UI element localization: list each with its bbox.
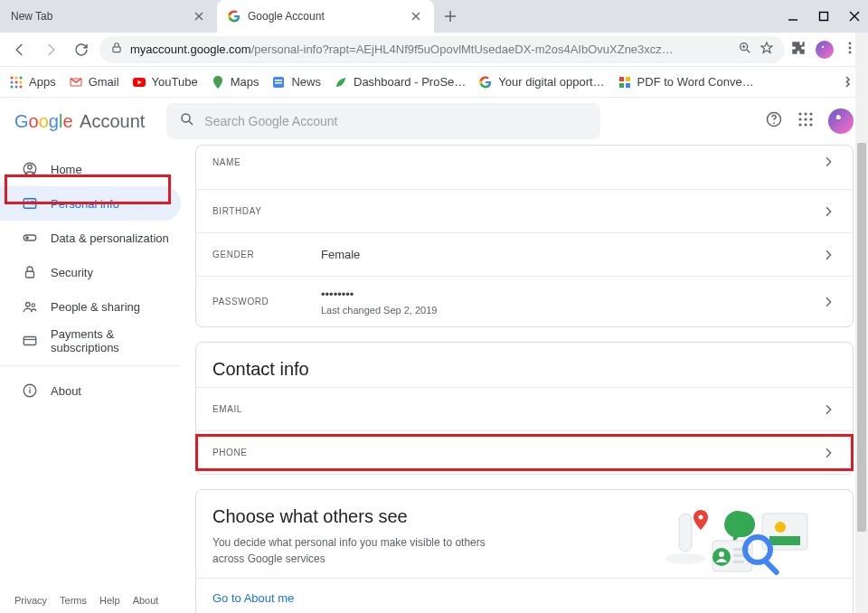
pdf-icon xyxy=(618,75,632,90)
toggle-icon xyxy=(22,230,38,246)
row-name[interactable]: NAME xyxy=(196,146,853,189)
forward-button[interactable] xyxy=(38,37,63,62)
svg-point-56 xyxy=(719,552,724,557)
minimize-icon[interactable] xyxy=(787,11,799,22)
tab-title: Google Account xyxy=(248,10,409,23)
apps-grid-icon xyxy=(9,75,24,90)
bookmark-youtube[interactable]: YouTube xyxy=(132,75,198,90)
chevron-right-icon xyxy=(820,155,836,169)
bookmark-pdf[interactable]: PDF to Word Conve… xyxy=(618,75,754,90)
new-tab-button[interactable] xyxy=(438,4,463,29)
bookmark-digital[interactable]: Your digital opport… xyxy=(478,75,604,90)
google-g-icon xyxy=(478,75,493,90)
window-controls xyxy=(787,0,861,33)
row-birthday[interactable]: BIRTHDAY xyxy=(196,189,853,232)
svg-point-53 xyxy=(699,515,703,520)
row-password[interactable]: PASSWORD •••••••• Last changed Sep 2, 20… xyxy=(196,276,853,326)
svg-point-9 xyxy=(11,80,14,83)
chevron-right-icon xyxy=(820,295,836,309)
url-text: myaccount.google.com/personal-info?rapt=… xyxy=(130,42,731,56)
info-icon xyxy=(22,382,38,399)
sidebar-item-home[interactable]: Home xyxy=(0,152,181,186)
close-window-icon[interactable] xyxy=(848,11,861,22)
apps-icon[interactable] xyxy=(797,111,814,131)
svg-rect-59 xyxy=(733,561,744,563)
bookmark-dashboard[interactable]: Dashboard - ProSe… xyxy=(334,75,466,90)
svg-point-51 xyxy=(665,553,705,564)
svg-point-8 xyxy=(20,76,23,79)
bookmark-label: Gmail xyxy=(89,75,119,89)
svg-point-14 xyxy=(20,85,23,88)
main: Home Personal info Data & personalizatio… xyxy=(0,145,868,613)
svg-rect-20 xyxy=(619,77,624,81)
tab-new-tab[interactable]: New Tab xyxy=(0,0,217,33)
footer-privacy[interactable]: Privacy xyxy=(14,595,47,606)
footer-terms[interactable]: Terms xyxy=(60,595,87,606)
bookmark-star-icon[interactable] xyxy=(760,41,774,58)
footer-help[interactable]: Help xyxy=(99,595,120,606)
account-avatar[interactable] xyxy=(828,108,854,134)
footer-about[interactable]: About xyxy=(133,595,159,606)
profile-avatar-icon[interactable] xyxy=(816,41,834,59)
search-input[interactable] xyxy=(204,114,588,128)
row-value: •••••••• xyxy=(321,288,437,301)
help-icon[interactable] xyxy=(765,110,783,132)
sidebar-divider xyxy=(0,365,181,366)
vertical-scrollbar[interactable] xyxy=(855,33,868,613)
card-text: You decide what personal info you make v… xyxy=(196,534,504,578)
google-account-logo[interactable]: Google Account xyxy=(14,111,145,132)
choose-card: Choose what others see You decide what p… xyxy=(195,489,854,613)
search-box[interactable] xyxy=(166,103,600,139)
back-button[interactable] xyxy=(7,37,33,62)
about-me-link[interactable]: Go to About me xyxy=(196,578,853,613)
bookmark-maps[interactable]: Maps xyxy=(211,75,259,90)
gmail-icon xyxy=(69,75,83,90)
svg-point-10 xyxy=(15,80,18,83)
svg-rect-21 xyxy=(626,77,630,81)
zoom-icon[interactable] xyxy=(738,41,752,58)
svg-point-31 xyxy=(804,118,807,120)
close-icon[interactable] xyxy=(192,9,206,24)
sidebar: Home Personal info Data & personalizatio… xyxy=(0,145,181,613)
extensions-icon[interactable] xyxy=(790,40,807,60)
lock-icon xyxy=(110,42,123,57)
reload-button[interactable] xyxy=(69,37,94,62)
scrollbar-thumb[interactable] xyxy=(857,143,866,532)
row-label: NAME xyxy=(212,157,321,167)
sidebar-item-security[interactable]: Security xyxy=(0,255,181,289)
row-label: PHONE xyxy=(212,448,321,457)
svg-point-41 xyxy=(25,236,29,240)
close-icon[interactable] xyxy=(409,9,423,24)
sidebar-item-about[interactable]: About xyxy=(0,373,181,408)
svg-point-7 xyxy=(15,76,18,79)
row-label: EMAIL xyxy=(212,404,321,414)
svg-rect-1 xyxy=(113,47,120,52)
maximize-icon[interactable] xyxy=(817,11,830,22)
svg-point-30 xyxy=(798,118,801,120)
bookmark-gmail[interactable]: Gmail xyxy=(69,75,119,90)
bookmark-news[interactable]: News xyxy=(271,75,321,90)
sidebar-item-label: Personal info xyxy=(51,197,119,211)
row-email[interactable]: EMAIL xyxy=(196,387,853,430)
sidebar-item-data[interactable]: Data & personalization xyxy=(0,221,181,255)
youtube-icon xyxy=(132,75,146,90)
person-circle-icon xyxy=(22,161,38,177)
bookmark-apps[interactable]: Apps xyxy=(9,75,56,90)
sidebar-item-people[interactable]: People & sharing xyxy=(0,289,181,324)
sidebar-item-personal-info[interactable]: Personal info xyxy=(0,186,181,221)
browser-toolbar: myaccount.google.com/personal-info?rapt=… xyxy=(0,33,868,67)
tab-google-account[interactable]: Google Account xyxy=(217,0,434,33)
row-label: BIRTHDAY xyxy=(212,206,321,216)
row-phone[interactable]: PHONE xyxy=(196,430,853,474)
basic-info-card: NAME BIRTHDAY GENDER Female PASSWORD •••… xyxy=(195,145,854,327)
svg-rect-0 xyxy=(820,13,828,21)
sidebar-item-payments[interactable]: Payments & subscriptions xyxy=(0,324,181,358)
row-gender[interactable]: GENDER Female xyxy=(196,232,853,276)
svg-point-16 xyxy=(216,79,219,81)
svg-point-29 xyxy=(809,112,812,115)
svg-point-47 xyxy=(29,387,31,389)
toolbar-right xyxy=(790,40,861,60)
address-bar[interactable]: myaccount.google.com/personal-info?rapt=… xyxy=(99,36,785,63)
svg-rect-18 xyxy=(275,80,282,81)
chevron-right-icon xyxy=(820,204,836,219)
